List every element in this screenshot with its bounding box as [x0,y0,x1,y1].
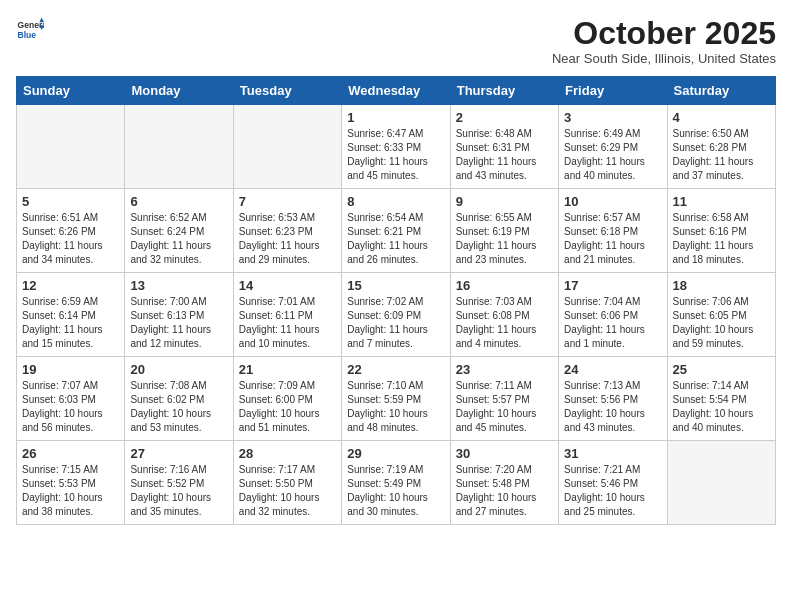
day-number: 11 [673,194,770,209]
day-number: 8 [347,194,444,209]
day-number: 21 [239,362,336,377]
calendar-day-cell: 19Sunrise: 7:07 AM Sunset: 6:03 PM Dayli… [17,357,125,441]
calendar-day-cell: 28Sunrise: 7:17 AM Sunset: 5:50 PM Dayli… [233,441,341,525]
calendar-day-cell: 11Sunrise: 6:58 AM Sunset: 6:16 PM Dayli… [667,189,775,273]
day-info: Sunrise: 7:20 AM Sunset: 5:48 PM Dayligh… [456,463,553,519]
calendar-body: 1Sunrise: 6:47 AM Sunset: 6:33 PM Daylig… [17,105,776,525]
calendar-day-cell: 6Sunrise: 6:52 AM Sunset: 6:24 PM Daylig… [125,189,233,273]
day-info: Sunrise: 6:50 AM Sunset: 6:28 PM Dayligh… [673,127,770,183]
day-info: Sunrise: 6:57 AM Sunset: 6:18 PM Dayligh… [564,211,661,267]
day-info: Sunrise: 7:08 AM Sunset: 6:02 PM Dayligh… [130,379,227,435]
day-info: Sunrise: 7:13 AM Sunset: 5:56 PM Dayligh… [564,379,661,435]
day-number: 6 [130,194,227,209]
day-info: Sunrise: 7:15 AM Sunset: 5:53 PM Dayligh… [22,463,119,519]
calendar-day-cell: 10Sunrise: 6:57 AM Sunset: 6:18 PM Dayli… [559,189,667,273]
day-number: 17 [564,278,661,293]
calendar-day-cell: 16Sunrise: 7:03 AM Sunset: 6:08 PM Dayli… [450,273,558,357]
calendar-day-cell: 18Sunrise: 7:06 AM Sunset: 6:05 PM Dayli… [667,273,775,357]
day-info: Sunrise: 7:01 AM Sunset: 6:11 PM Dayligh… [239,295,336,351]
calendar-day-cell: 15Sunrise: 7:02 AM Sunset: 6:09 PM Dayli… [342,273,450,357]
day-number: 25 [673,362,770,377]
day-number: 23 [456,362,553,377]
day-info: Sunrise: 7:17 AM Sunset: 5:50 PM Dayligh… [239,463,336,519]
day-info: Sunrise: 6:54 AM Sunset: 6:21 PM Dayligh… [347,211,444,267]
calendar-week-row: 5Sunrise: 6:51 AM Sunset: 6:26 PM Daylig… [17,189,776,273]
weekday-header-cell: Saturday [667,77,775,105]
month-title: October 2025 [552,16,776,51]
weekday-header-cell: Wednesday [342,77,450,105]
day-number: 24 [564,362,661,377]
day-info: Sunrise: 7:02 AM Sunset: 6:09 PM Dayligh… [347,295,444,351]
calendar-day-cell: 27Sunrise: 7:16 AM Sunset: 5:52 PM Dayli… [125,441,233,525]
weekday-header-row: SundayMondayTuesdayWednesdayThursdayFrid… [17,77,776,105]
day-info: Sunrise: 7:03 AM Sunset: 6:08 PM Dayligh… [456,295,553,351]
calendar-day-cell: 9Sunrise: 6:55 AM Sunset: 6:19 PM Daylig… [450,189,558,273]
calendar-day-cell [667,441,775,525]
calendar-day-cell: 3Sunrise: 6:49 AM Sunset: 6:29 PM Daylig… [559,105,667,189]
calendar-day-cell [125,105,233,189]
calendar-day-cell: 8Sunrise: 6:54 AM Sunset: 6:21 PM Daylig… [342,189,450,273]
calendar-day-cell: 1Sunrise: 6:47 AM Sunset: 6:33 PM Daylig… [342,105,450,189]
calendar-day-cell: 2Sunrise: 6:48 AM Sunset: 6:31 PM Daylig… [450,105,558,189]
day-info: Sunrise: 6:47 AM Sunset: 6:33 PM Dayligh… [347,127,444,183]
day-number: 31 [564,446,661,461]
day-info: Sunrise: 6:55 AM Sunset: 6:19 PM Dayligh… [456,211,553,267]
day-info: Sunrise: 6:52 AM Sunset: 6:24 PM Dayligh… [130,211,227,267]
day-info: Sunrise: 7:09 AM Sunset: 6:00 PM Dayligh… [239,379,336,435]
day-info: Sunrise: 7:07 AM Sunset: 6:03 PM Dayligh… [22,379,119,435]
calendar-day-cell: 30Sunrise: 7:20 AM Sunset: 5:48 PM Dayli… [450,441,558,525]
day-number: 22 [347,362,444,377]
day-info: Sunrise: 6:58 AM Sunset: 6:16 PM Dayligh… [673,211,770,267]
calendar-week-row: 1Sunrise: 6:47 AM Sunset: 6:33 PM Daylig… [17,105,776,189]
logo: General Blue [16,16,44,44]
day-number: 3 [564,110,661,125]
calendar-day-cell: 25Sunrise: 7:14 AM Sunset: 5:54 PM Dayli… [667,357,775,441]
calendar-week-row: 26Sunrise: 7:15 AM Sunset: 5:53 PM Dayli… [17,441,776,525]
day-number: 28 [239,446,336,461]
calendar-day-cell: 17Sunrise: 7:04 AM Sunset: 6:06 PM Dayli… [559,273,667,357]
calendar-day-cell: 7Sunrise: 6:53 AM Sunset: 6:23 PM Daylig… [233,189,341,273]
weekday-header-cell: Monday [125,77,233,105]
weekday-header-cell: Thursday [450,77,558,105]
day-number: 27 [130,446,227,461]
calendar-week-row: 12Sunrise: 6:59 AM Sunset: 6:14 PM Dayli… [17,273,776,357]
day-number: 13 [130,278,227,293]
day-info: Sunrise: 6:53 AM Sunset: 6:23 PM Dayligh… [239,211,336,267]
day-number: 30 [456,446,553,461]
day-number: 7 [239,194,336,209]
day-info: Sunrise: 7:16 AM Sunset: 5:52 PM Dayligh… [130,463,227,519]
calendar-day-cell: 24Sunrise: 7:13 AM Sunset: 5:56 PM Dayli… [559,357,667,441]
calendar-day-cell [17,105,125,189]
day-info: Sunrise: 7:04 AM Sunset: 6:06 PM Dayligh… [564,295,661,351]
calendar-day-cell: 12Sunrise: 6:59 AM Sunset: 6:14 PM Dayli… [17,273,125,357]
calendar-day-cell: 29Sunrise: 7:19 AM Sunset: 5:49 PM Dayli… [342,441,450,525]
day-number: 20 [130,362,227,377]
day-number: 10 [564,194,661,209]
day-number: 5 [22,194,119,209]
calendar-day-cell: 31Sunrise: 7:21 AM Sunset: 5:46 PM Dayli… [559,441,667,525]
day-info: Sunrise: 7:14 AM Sunset: 5:54 PM Dayligh… [673,379,770,435]
subtitle: Near South Side, Illinois, United States [552,51,776,66]
weekday-header-cell: Sunday [17,77,125,105]
calendar: SundayMondayTuesdayWednesdayThursdayFrid… [16,76,776,525]
weekday-header-cell: Tuesday [233,77,341,105]
day-number: 19 [22,362,119,377]
day-info: Sunrise: 6:49 AM Sunset: 6:29 PM Dayligh… [564,127,661,183]
day-info: Sunrise: 6:59 AM Sunset: 6:14 PM Dayligh… [22,295,119,351]
day-info: Sunrise: 7:06 AM Sunset: 6:05 PM Dayligh… [673,295,770,351]
day-number: 14 [239,278,336,293]
day-number: 18 [673,278,770,293]
day-number: 12 [22,278,119,293]
weekday-header-cell: Friday [559,77,667,105]
day-number: 26 [22,446,119,461]
day-number: 2 [456,110,553,125]
calendar-day-cell: 21Sunrise: 7:09 AM Sunset: 6:00 PM Dayli… [233,357,341,441]
calendar-day-cell: 14Sunrise: 7:01 AM Sunset: 6:11 PM Dayli… [233,273,341,357]
calendar-week-row: 19Sunrise: 7:07 AM Sunset: 6:03 PM Dayli… [17,357,776,441]
day-number: 9 [456,194,553,209]
day-info: Sunrise: 6:51 AM Sunset: 6:26 PM Dayligh… [22,211,119,267]
calendar-day-cell [233,105,341,189]
calendar-day-cell: 20Sunrise: 7:08 AM Sunset: 6:02 PM Dayli… [125,357,233,441]
day-number: 1 [347,110,444,125]
calendar-day-cell: 26Sunrise: 7:15 AM Sunset: 5:53 PM Dayli… [17,441,125,525]
